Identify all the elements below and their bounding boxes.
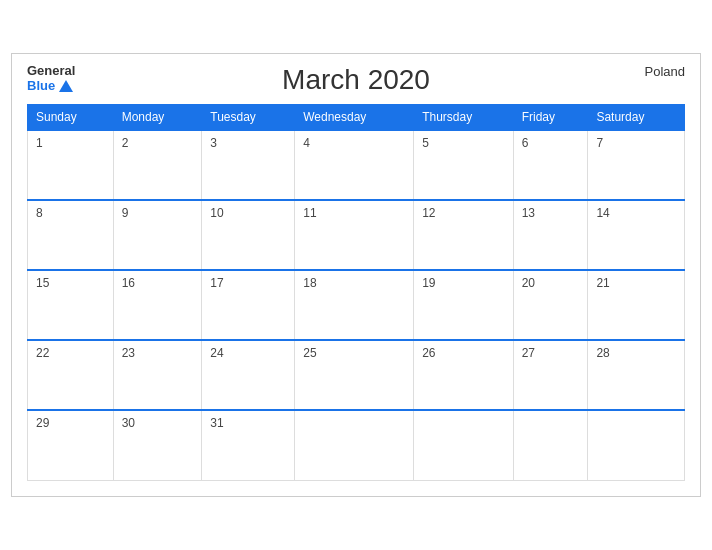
day-cell: 23 xyxy=(113,340,202,410)
day-cell: 11 xyxy=(295,200,414,270)
day-cell: 26 xyxy=(414,340,514,410)
day-cell: 5 xyxy=(414,130,514,200)
day-cell: 30 xyxy=(113,410,202,480)
day-cell: 24 xyxy=(202,340,295,410)
header-thursday: Thursday xyxy=(414,105,514,131)
day-cell: 10 xyxy=(202,200,295,270)
calendar-grid: Sunday Monday Tuesday Wednesday Thursday… xyxy=(27,104,685,481)
day-number: 31 xyxy=(210,416,223,430)
header-wednesday: Wednesday xyxy=(295,105,414,131)
day-number: 11 xyxy=(303,206,316,220)
day-number: 17 xyxy=(210,276,223,290)
day-number: 21 xyxy=(596,276,609,290)
weekday-header-row: Sunday Monday Tuesday Wednesday Thursday… xyxy=(28,105,685,131)
day-number: 9 xyxy=(122,206,129,220)
day-cell: 20 xyxy=(513,270,588,340)
day-cell xyxy=(513,410,588,480)
day-number: 25 xyxy=(303,346,316,360)
calendar-container: General Blue March 2020 Poland Sunday Mo… xyxy=(11,53,701,497)
day-number: 6 xyxy=(522,136,529,150)
day-number: 3 xyxy=(210,136,217,150)
day-cell: 7 xyxy=(588,130,685,200)
header-saturday: Saturday xyxy=(588,105,685,131)
day-number: 4 xyxy=(303,136,310,150)
day-cell: 29 xyxy=(28,410,114,480)
day-cell: 2 xyxy=(113,130,202,200)
logo-triangle-icon xyxy=(59,80,73,92)
day-cell xyxy=(414,410,514,480)
day-cell: 16 xyxy=(113,270,202,340)
country-label: Poland xyxy=(645,64,685,79)
day-number: 1 xyxy=(36,136,43,150)
day-number: 8 xyxy=(36,206,43,220)
day-number: 16 xyxy=(122,276,135,290)
day-cell: 13 xyxy=(513,200,588,270)
day-cell: 28 xyxy=(588,340,685,410)
day-number: 28 xyxy=(596,346,609,360)
day-cell: 18 xyxy=(295,270,414,340)
week-row-5: 293031 xyxy=(28,410,685,480)
week-row-3: 15161718192021 xyxy=(28,270,685,340)
day-cell: 1 xyxy=(28,130,114,200)
day-cell: 9 xyxy=(113,200,202,270)
day-cell: 15 xyxy=(28,270,114,340)
day-cell: 19 xyxy=(414,270,514,340)
day-cell xyxy=(295,410,414,480)
day-cell: 27 xyxy=(513,340,588,410)
day-cell: 3 xyxy=(202,130,295,200)
day-cell: 21 xyxy=(588,270,685,340)
day-number: 27 xyxy=(522,346,535,360)
week-row-2: 891011121314 xyxy=(28,200,685,270)
day-cell: 22 xyxy=(28,340,114,410)
day-cell: 6 xyxy=(513,130,588,200)
day-number: 5 xyxy=(422,136,429,150)
logo: General Blue xyxy=(27,64,75,93)
day-number: 22 xyxy=(36,346,49,360)
header-monday: Monday xyxy=(113,105,202,131)
day-cell: 4 xyxy=(295,130,414,200)
day-number: 23 xyxy=(122,346,135,360)
day-cell: 8 xyxy=(28,200,114,270)
week-row-1: 1234567 xyxy=(28,130,685,200)
day-cell: 25 xyxy=(295,340,414,410)
day-number: 26 xyxy=(422,346,435,360)
day-number: 18 xyxy=(303,276,316,290)
day-number: 14 xyxy=(596,206,609,220)
week-row-4: 22232425262728 xyxy=(28,340,685,410)
day-number: 10 xyxy=(210,206,223,220)
day-number: 2 xyxy=(122,136,129,150)
day-cell: 31 xyxy=(202,410,295,480)
header-sunday: Sunday xyxy=(28,105,114,131)
day-number: 12 xyxy=(422,206,435,220)
day-number: 30 xyxy=(122,416,135,430)
day-number: 24 xyxy=(210,346,223,360)
header-friday: Friday xyxy=(513,105,588,131)
logo-blue-text: Blue xyxy=(27,79,73,93)
header-tuesday: Tuesday xyxy=(202,105,295,131)
day-number: 20 xyxy=(522,276,535,290)
day-cell: 17 xyxy=(202,270,295,340)
day-number: 29 xyxy=(36,416,49,430)
calendar-body: 1234567891011121314151617181920212223242… xyxy=(28,130,685,480)
day-number: 15 xyxy=(36,276,49,290)
logo-general-text: General xyxy=(27,64,75,78)
day-cell xyxy=(588,410,685,480)
day-number: 13 xyxy=(522,206,535,220)
calendar-title: March 2020 xyxy=(282,64,430,96)
day-cell: 14 xyxy=(588,200,685,270)
calendar-header: General Blue March 2020 Poland xyxy=(27,64,685,96)
day-number: 19 xyxy=(422,276,435,290)
day-number: 7 xyxy=(596,136,603,150)
day-cell: 12 xyxy=(414,200,514,270)
